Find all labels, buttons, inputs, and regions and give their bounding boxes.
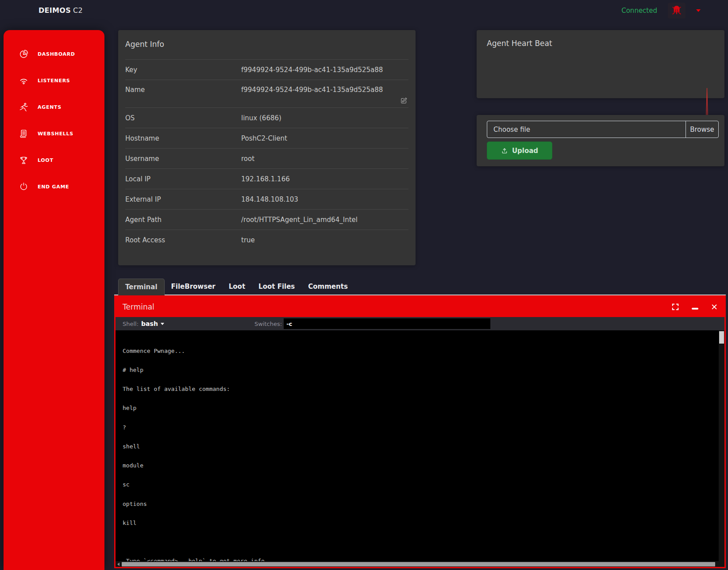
- upload-card: Choose file Browse Upload: [477, 115, 724, 166]
- row-value: 192.168.1.166: [241, 175, 408, 183]
- agent-info-row-username: Username root: [125, 149, 408, 169]
- brand-secondary: C2: [73, 6, 83, 15]
- row-value: f9949924-9524-499b-ac41-135a9d525a88: [241, 86, 408, 94]
- terminal-output-line: kill: [123, 520, 711, 526]
- scrollbar-corner: [719, 561, 724, 567]
- sidebar-item-label: END GAME: [38, 184, 69, 190]
- brand: DEIMOSC2: [39, 6, 83, 15]
- sidebar-item-listeners[interactable]: LISTENERS: [4, 67, 104, 94]
- sidebar-item-dashboard[interactable]: DASHBOARD: [4, 41, 104, 67]
- agent-info-card: Agent Info Key f9949924-9524-499b-ac41-1…: [118, 30, 416, 265]
- agent-info-row-name: Name f9949924-9524-499b-ac41-135a9d525a8…: [125, 80, 408, 108]
- power-icon: [19, 182, 29, 192]
- agent-info-row-hostname: Hostname PoshC2-Client: [125, 128, 408, 149]
- trophy-icon: [19, 155, 29, 165]
- terminal-output-line: [123, 539, 711, 545]
- terminal-header: Terminal: [116, 297, 724, 317]
- close-icon[interactable]: [710, 303, 718, 311]
- sidebar-item-label: LOOT: [38, 157, 54, 163]
- sidebar-item-loot[interactable]: LOOT: [4, 147, 104, 173]
- row-label: Root Access: [125, 236, 241, 244]
- upload-button-label: Upload: [512, 147, 538, 155]
- horizontal-scrollbar[interactable]: [116, 561, 719, 567]
- shell-dropdown[interactable]: bash: [141, 320, 164, 327]
- heartbeat-title: Agent Heart Beat: [487, 39, 719, 48]
- user-menu-button[interactable]: [668, 3, 686, 19]
- browse-button[interactable]: Browse: [686, 121, 718, 138]
- tab-loot-files[interactable]: Loot Files: [252, 279, 301, 295]
- fullscreen-icon[interactable]: [671, 303, 679, 311]
- chevron-down-icon: [161, 323, 164, 325]
- sidebar: DASHBOARD LISTENERS AGENTS: [4, 30, 104, 570]
- sidebar-item-agents[interactable]: AGENTS: [4, 94, 104, 120]
- tab-loot[interactable]: Loot: [222, 279, 252, 295]
- brand-primary: DEIMOS: [39, 6, 71, 15]
- topbar: DEIMOSC2 Connected: [0, 0, 728, 21]
- tab-comments[interactable]: Comments: [301, 279, 354, 295]
- connection-status: Connected: [621, 7, 657, 15]
- agent-info-row-agent-path: Agent Path /root/HTTPSAgent_Lin_amd64_In…: [125, 210, 408, 230]
- terminal-toolbar: Shell: bash Switches:: [116, 317, 724, 330]
- row-label: Key: [125, 66, 241, 74]
- wifi-icon: [19, 76, 29, 86]
- agent-info-row-os: OS linux (6686): [125, 108, 408, 128]
- terminal-panel: Terminal Shell: bash: [114, 295, 726, 568]
- scroll-left-arrow-icon[interactable]: [116, 561, 121, 567]
- tab-terminal[interactable]: Terminal: [118, 279, 165, 295]
- terminal-output-line: # help: [123, 367, 711, 373]
- vertical-scrollbar[interactable]: [719, 330, 724, 561]
- terminal-output-line: help: [123, 405, 711, 411]
- shell-label: Shell:: [123, 321, 139, 327]
- sidebar-item-label: WEBSHELLS: [38, 131, 73, 137]
- switches-label: Switches:: [254, 321, 282, 327]
- agent-info-row-local-ip: Local IP 192.168.1.166: [125, 169, 408, 189]
- agent-info-title: Agent Info: [125, 30, 408, 60]
- row-value: true: [241, 236, 408, 244]
- file-input[interactable]: Choose file Browse: [487, 121, 719, 138]
- sidebar-item-end-game[interactable]: END GAME: [4, 173, 104, 200]
- agent-info-row-root-access: Root Access true: [125, 230, 408, 250]
- row-label: Local IP: [125, 175, 241, 183]
- upload-icon: [501, 147, 508, 154]
- terminal-output-line: shell: [123, 444, 711, 450]
- shell-dropdown-value: bash: [141, 320, 158, 327]
- row-value: PoshC2-Client: [241, 134, 408, 142]
- switches-input[interactable]: [284, 318, 490, 329]
- agent-info-row-key: Key f9949924-9524-499b-ac41-135a9d525a88: [125, 60, 408, 80]
- sidebar-item-webshells[interactable]: WEBSHELLS: [4, 120, 104, 147]
- row-value: 184.148.108.103: [241, 195, 408, 203]
- vertical-scrollbar-thumb[interactable]: [719, 331, 724, 344]
- row-value: root: [241, 155, 408, 163]
- row-value: f9949924-9524-499b-ac41-135a9d525a88: [241, 66, 408, 74]
- row-label: OS: [125, 114, 241, 122]
- edit-name-icon[interactable]: [400, 97, 408, 104]
- upload-button[interactable]: Upload: [487, 142, 552, 160]
- horizontal-scrollbar-thumb[interactable]: [122, 562, 715, 566]
- minimize-icon[interactable]: [691, 303, 699, 311]
- terminal-output-line: options: [123, 501, 711, 507]
- terminal-output: Commence Pwnage... # help The list of av…: [123, 335, 711, 570]
- sidebar-item-label: LISTENERS: [38, 78, 70, 84]
- tab-bar: Terminal FileBrowser Loot Loot Files Com…: [114, 279, 726, 295]
- tab-filebrowser[interactable]: FileBrowser: [165, 279, 222, 295]
- row-label: Hostname: [125, 134, 241, 142]
- terminal-output-line: The list of available commands:: [123, 386, 711, 392]
- running-person-icon: [19, 102, 29, 112]
- sidebar-item-label: DASHBOARD: [38, 51, 75, 57]
- row-label: Username: [125, 155, 241, 163]
- agent-info-row-external-ip: External IP 184.148.108.103: [125, 189, 408, 210]
- pie-chart-icon: [19, 49, 29, 59]
- terminal-body: Commence Pwnage... # help The list of av…: [116, 330, 724, 567]
- terminal-output-line: sc: [123, 482, 711, 488]
- user-menu-caret-icon[interactable]: [696, 9, 701, 12]
- choose-file-label[interactable]: Choose file: [487, 121, 686, 138]
- row-value: /root/HTTPSAgent_Lin_amd64_Intel: [241, 216, 408, 224]
- heartbeat-card: Agent Heart Beat: [477, 30, 724, 98]
- deimos-helmet-icon: [670, 4, 683, 17]
- row-label: Agent Path: [125, 216, 241, 224]
- terminal-output-line: Commence Pwnage...: [123, 348, 711, 354]
- sidebar-item-label: AGENTS: [38, 104, 62, 110]
- row-label: Name: [125, 86, 241, 94]
- terminal-title: Terminal: [123, 302, 154, 311]
- terminal-output-line: module: [123, 463, 711, 469]
